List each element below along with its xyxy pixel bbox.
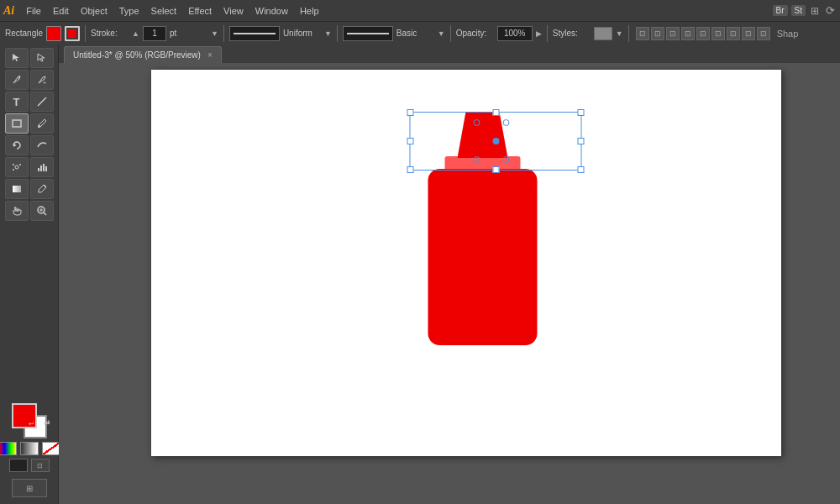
svg-marker-5: [13, 144, 17, 148]
gradient-mode-swatch[interactable]: [20, 442, 39, 455]
svg-point-7: [13, 164, 14, 165]
tool-row-5: [5, 135, 54, 155]
svg-point-8: [19, 164, 21, 165]
handle-ml[interactable]: [407, 138, 414, 144]
handle-tr[interactable]: [578, 109, 585, 116]
svg-rect-11: [40, 165, 42, 171]
tool-row-2: +: [5, 70, 54, 90]
color-controls: ⇄ ↩ ⊡ ⊞: [0, 403, 60, 504]
align-icon-4[interactable]: ⊡: [681, 27, 695, 40]
select-tool[interactable]: [5, 48, 29, 68]
opacity-label: Opacity:: [456, 29, 494, 38]
stock-icon[interactable]: St: [791, 5, 806, 16]
normal-mode-icon[interactable]: [9, 459, 28, 472]
menu-window[interactable]: Window: [250, 4, 293, 18]
eyedropper-tool[interactable]: [30, 179, 54, 199]
tool-row-4: [5, 113, 54, 134]
fullscreen-mode-icon[interactable]: ⊡: [31, 459, 50, 472]
menu-edit[interactable]: Edit: [48, 4, 74, 18]
align-icon-5[interactable]: ⊡: [696, 27, 710, 40]
menu-help[interactable]: Help: [295, 4, 324, 18]
variable-width-label: Basic: [396, 29, 434, 38]
styles-swatch[interactable]: [594, 27, 612, 40]
menu-bar: Ai File Edit Object Type Select Effect V…: [0, 0, 840, 21]
svg-line-2: [38, 97, 46, 106]
svg-rect-3: [13, 120, 21, 127]
document-tab[interactable]: Untitled-3* @ 50% (RGB/Preview) ×: [64, 46, 222, 63]
styles-label: Styles:: [553, 29, 591, 38]
reset-colors-icon[interactable]: ↩: [29, 420, 34, 428]
svg-marker-20: [458, 112, 508, 158]
pen-tool[interactable]: [5, 70, 29, 90]
paintbrush-tool[interactable]: [30, 113, 54, 134]
menu-type[interactable]: Type: [114, 4, 144, 18]
zoom-tool[interactable]: [30, 201, 54, 221]
menu-object[interactable]: Object: [76, 4, 113, 18]
tab-close-button[interactable]: ×: [207, 50, 213, 60]
graph-tool[interactable]: [30, 157, 54, 177]
shapes-label: Shap: [777, 29, 815, 39]
align-icon-8[interactable]: ⊡: [742, 27, 755, 40]
stroke-value-input[interactable]: [143, 26, 166, 41]
separator-4: [450, 25, 451, 42]
workspace-icon[interactable]: ⊞: [809, 3, 821, 18]
type-tool[interactable]: T: [5, 92, 29, 112]
sync-icon[interactable]: ⟳: [824, 3, 837, 18]
main-layout: + T: [0, 45, 840, 504]
opacity-expand[interactable]: ▶: [536, 29, 542, 38]
handle-mr[interactable]: [578, 138, 585, 144]
svg-point-9: [13, 169, 14, 171]
handle-bl[interactable]: [407, 166, 414, 173]
svg-point-4: [38, 125, 40, 128]
screen-mode-row: ⊡: [9, 459, 50, 472]
gradient-tool[interactable]: [5, 179, 29, 199]
add-anchor-tool[interactable]: +: [30, 70, 54, 90]
tab-title: Untitled-3* @ 50% (RGB/Preview): [73, 50, 201, 60]
menu-view[interactable]: View: [218, 4, 249, 18]
align-icon-2[interactable]: ⊡: [651, 27, 664, 40]
menu-effect[interactable]: Effect: [183, 4, 217, 18]
styles-dropdown[interactable]: ▼: [616, 29, 623, 38]
bridge-icon[interactable]: Br: [773, 5, 788, 16]
bottle-body: [428, 169, 538, 345]
bottle-cap: [458, 112, 508, 158]
swap-colors-icon[interactable]: ⇄: [44, 418, 50, 427]
hand-tool[interactable]: [5, 201, 29, 221]
color-mode-swatch[interactable]: [0, 442, 17, 455]
stroke-swatch[interactable]: [65, 26, 80, 41]
align-icon-3[interactable]: ⊡: [666, 27, 680, 40]
none-mode-swatch[interactable]: [42, 442, 60, 455]
separator-2: [223, 25, 224, 42]
menu-file[interactable]: File: [21, 4, 46, 18]
line-tool[interactable]: [30, 92, 54, 112]
stroke-style-dropdown[interactable]: ▼: [324, 29, 332, 38]
tool-row-3: T: [5, 92, 54, 112]
canvas-area[interactable]: Untitled-3* @ 50% (RGB/Preview) ×: [59, 45, 840, 504]
direct-select-tool[interactable]: [30, 48, 54, 68]
warp-tool[interactable]: [30, 135, 54, 155]
symbol-tool[interactable]: [5, 157, 29, 177]
align-icon-6[interactable]: ⊡: [711, 27, 725, 40]
align-icon-1[interactable]: ⊡: [636, 27, 649, 40]
align-icon-7[interactable]: ⊡: [727, 27, 740, 40]
opacity-input[interactable]: [497, 26, 533, 41]
artboards-icon[interactable]: ⊞: [12, 479, 47, 497]
handle-br[interactable]: [578, 166, 585, 173]
menu-select[interactable]: Select: [146, 4, 182, 18]
rotate-tool[interactable]: [5, 135, 29, 155]
handle-tl[interactable]: [407, 109, 414, 116]
align-icon-9[interactable]: ⊡: [757, 27, 770, 40]
svg-rect-13: [45, 166, 47, 171]
variable-width-dropdown[interactable]: ▼: [438, 29, 445, 38]
bottle-illustration: [428, 112, 538, 345]
stroke-up-arrow[interactable]: ▲: [132, 29, 139, 38]
fill-swatch[interactable]: [46, 26, 61, 41]
variable-width-selector[interactable]: [343, 26, 393, 41]
rectangle-tool[interactable]: [5, 113, 29, 134]
artboard: [151, 70, 781, 456]
stroke-label: Stroke:: [91, 29, 129, 38]
stroke-unit-dropdown[interactable]: ▼: [211, 29, 218, 38]
separator-6: [628, 25, 629, 42]
tool-name-label: Rectangle: [5, 29, 43, 38]
stroke-line-selector[interactable]: [229, 26, 280, 41]
